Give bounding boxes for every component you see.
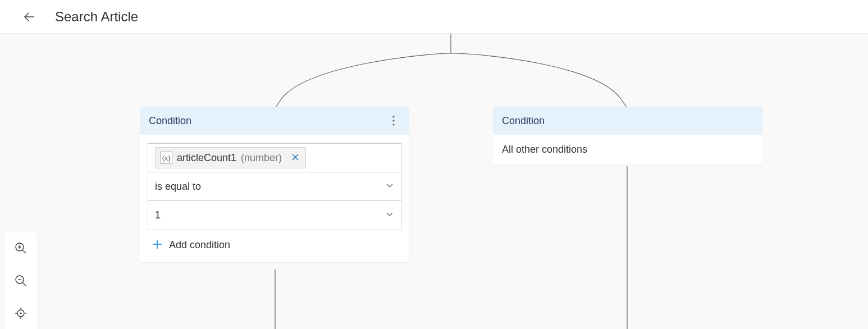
condition-operator-row[interactable]: is equal to <box>148 172 401 201</box>
flow-canvas[interactable]: Condition {x} articleCount1 (number) <box>0 34 868 329</box>
add-condition-label: Add condition <box>169 239 230 251</box>
chevron-down-icon <box>385 181 394 190</box>
condition-value: 1 <box>155 209 380 221</box>
arrow-left-icon <box>22 10 36 24</box>
remove-variable-button[interactable] <box>290 153 301 163</box>
page-title: Search Article <box>55 9 138 25</box>
top-bar: Search Article <box>0 0 868 34</box>
close-icon <box>292 154 299 161</box>
condition-variable-row[interactable]: {x} articleCount1 (number) <box>148 144 401 172</box>
operator-value: is equal to <box>155 181 380 193</box>
variable-type: (number) <box>241 152 282 164</box>
variable-chip[interactable]: {x} articleCount1 (number) <box>155 147 306 168</box>
svg-line-15 <box>23 283 26 286</box>
svg-line-11 <box>23 250 26 254</box>
card-title: Condition <box>149 115 191 127</box>
operator-dropdown-button[interactable] <box>385 181 394 193</box>
zoom-in-button[interactable] <box>13 240 29 256</box>
zoom-in-icon <box>15 242 27 254</box>
card-title: Condition <box>502 115 545 127</box>
condition-card-right[interactable]: Condition All other conditions <box>493 107 762 164</box>
svg-point-5 <box>392 124 394 125</box>
zoom-out-icon <box>15 275 27 287</box>
more-vertical-icon <box>392 116 395 126</box>
all-other-conditions-text: All other conditions <box>493 135 762 164</box>
variable-name: articleCount1 <box>177 152 236 164</box>
variable-icon: {x} <box>160 152 172 164</box>
condition-rows: {x} articleCount1 (number) is equal to <box>148 143 401 230</box>
svg-point-18 <box>20 312 21 314</box>
svg-point-4 <box>392 120 394 121</box>
card-menu-button[interactable] <box>386 113 401 129</box>
chevron-down-icon <box>385 209 394 218</box>
value-dropdown-button[interactable] <box>385 209 394 221</box>
zoom-toolbar <box>4 232 37 329</box>
connector-lines <box>0 34 868 329</box>
card-header: Condition <box>140 107 409 135</box>
svg-point-3 <box>392 116 394 117</box>
condition-card-left[interactable]: Condition {x} articleCount1 (number) <box>140 107 409 262</box>
fit-view-button[interactable] <box>13 305 29 321</box>
zoom-out-button[interactable] <box>13 273 29 289</box>
add-condition-button[interactable]: Add condition <box>140 230 409 262</box>
back-button[interactable] <box>20 8 38 26</box>
condition-value-row[interactable]: 1 <box>148 201 401 230</box>
plus-icon <box>152 239 162 251</box>
card-header: Condition <box>493 107 762 135</box>
target-icon <box>15 307 27 319</box>
